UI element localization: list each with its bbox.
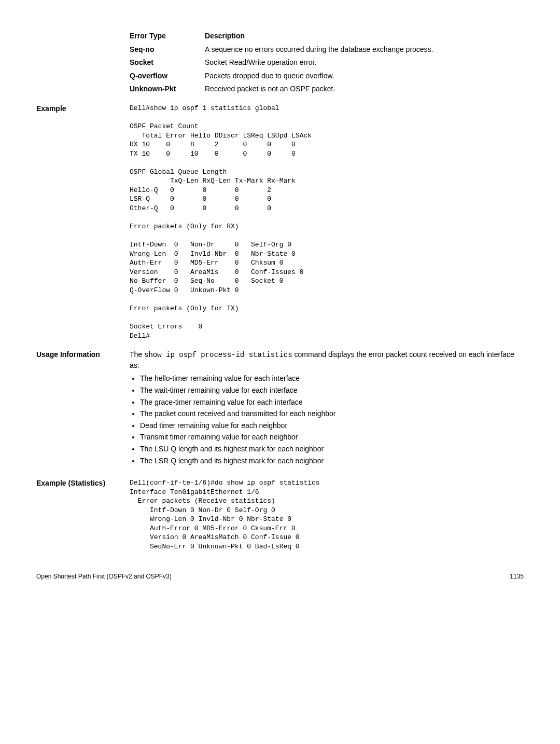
list-item: Transmit timer remaining value for each … — [140, 432, 524, 443]
example-statistics-section: Example (Statistics) Dell(conf-if-te-1/6… — [36, 478, 524, 551]
list-item: The LSR Q length and its highest mark fo… — [140, 456, 524, 466]
example-cli-output: Dell#show ip ospf 1 statistics global OS… — [130, 104, 524, 340]
error-type-table: Error Type Description Seq-no A sequence… — [130, 31, 524, 94]
description-cell: A sequence no errors occurred during the… — [205, 45, 524, 55]
description-cell: Socket Read/Write operation error. — [205, 58, 524, 68]
example-statistics-cli-output: Dell(conf-if-te-1/6)#do show ip ospf sta… — [130, 478, 524, 551]
description-cell: Packets dropped due to queue overflow. — [205, 71, 524, 81]
list-item: The wait-timer remaining value for each … — [140, 385, 524, 396]
list-item: The grace-timer remaining value for each… — [140, 397, 524, 408]
usage-info-label: Usage Information — [36, 350, 130, 360]
error-type-cell: Seq-no — [130, 45, 205, 55]
example-section: Example Dell#show ip ospf 1 statistics g… — [36, 104, 524, 340]
example-statistics-label: Example (Statistics) — [36, 478, 130, 489]
footer-title: Open Shortest Path First (OSPFv2 and OSP… — [36, 572, 172, 581]
error-type-cell: Q-overflow — [130, 71, 205, 81]
list-item: Dead timer remaining value for each neig… — [140, 421, 524, 431]
error-type-cell: Unknown-Pkt — [130, 84, 205, 94]
usage-intro-pre: The — [130, 350, 144, 359]
usage-intro: The show ip ospf process-id statistics c… — [130, 350, 524, 370]
page-footer: Open Shortest Path First (OSPFv2 and OSP… — [36, 572, 524, 581]
table-row: Unknown-Pkt Received packet is not an OS… — [130, 84, 524, 94]
table-row: Socket Socket Read/Write operation error… — [130, 58, 524, 68]
table-row: Q-overflow Packets dropped due to queue … — [130, 71, 524, 81]
usage-bullet-list: The hello-timer remaining value for each… — [130, 374, 524, 466]
error-type-header: Error Type — [130, 31, 205, 42]
table-row: Seq-no A sequence no errors occurred dur… — [130, 45, 524, 55]
usage-intro-code: show ip ospf process-id statistics — [144, 351, 292, 359]
error-type-cell: Socket — [130, 58, 205, 68]
list-item: The packet count received and transmitte… — [140, 409, 524, 419]
footer-page-number: 1135 — [510, 572, 524, 581]
description-cell: Received packet is not an OSPF packet. — [205, 84, 524, 94]
list-item: The hello-timer remaining value for each… — [140, 374, 524, 384]
description-header: Description — [205, 31, 524, 42]
usage-information-section: Usage Information The show ip ospf proce… — [36, 350, 524, 469]
list-item: The LSU Q length and its highest mark fo… — [140, 444, 524, 454]
example-label: Example — [36, 104, 130, 114]
